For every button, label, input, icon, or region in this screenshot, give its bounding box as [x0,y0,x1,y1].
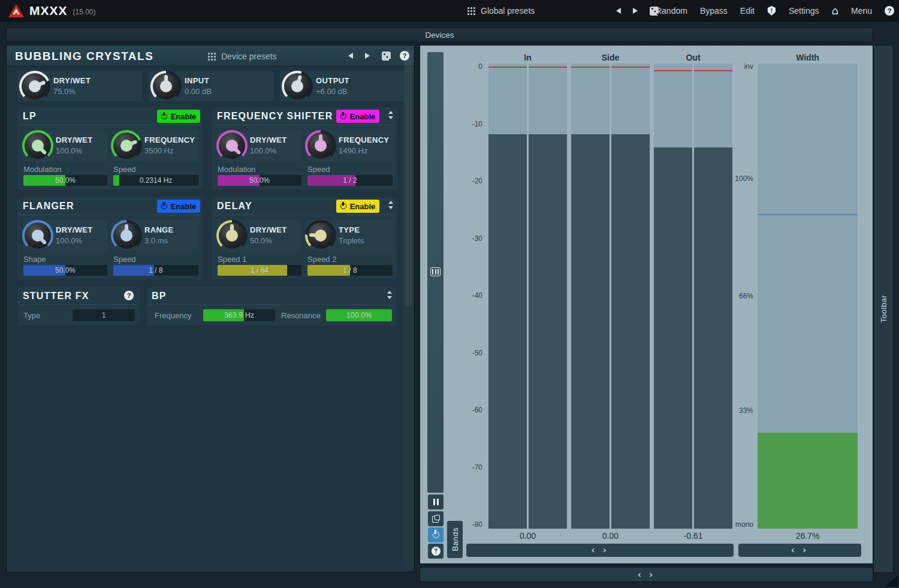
detach-window-icon [432,515,440,523]
type-value-field[interactable]: 1 [73,309,135,321]
bp-spinner[interactable] [387,291,392,299]
divider [149,304,394,305]
slider-label: Speed [113,165,136,174]
device-next-preset-icon[interactable] [365,53,370,59]
meter-header-side: Side [571,53,650,62]
meter-panel-resize-bar[interactable]: ‹ › [420,567,873,582]
knob-group: FREQUENCY 1490 Hz [306,130,393,161]
section-spinner[interactable] [388,111,393,119]
type-label: Type [23,311,40,320]
help-icon[interactable]: ? [885,6,894,16]
pause-icon [433,499,439,505]
output-knob[interactable] [284,73,310,99]
section-spinner[interactable] [388,201,393,209]
enable-button[interactable]: Enable [157,200,200,213]
meter-panel: In Side Out Width 0-10-20-30-40-50-60-70… [420,45,873,564]
meter-scrollbar-right[interactable]: ‹ › [738,544,861,557]
parameter-slider[interactable]: 1 / 64 [218,265,301,276]
device-panel-header: BUBBLING CRYSTALS Device presets ? [7,46,414,67]
tab-toolbar[interactable]: Toolbar [873,45,894,573]
input-knob[interactable] [153,73,179,99]
slider-label: Speed 1 [218,255,246,264]
frequency-slider[interactable]: 363.9 Hz [203,309,275,321]
section-title: STUTTER FX [23,291,89,301]
knob-group: DRY/WET 100.0% [23,220,107,251]
dry-wet-knob[interactable] [25,132,51,159]
tab-bands[interactable]: Bands [447,521,463,558]
device-presets-label: Device presets [221,52,277,61]
parameter-slider[interactable]: 0.2314 Hz [113,175,198,186]
enable-button[interactable]: Enable [336,200,379,213]
enable-button[interactable]: Enable [157,110,200,123]
input-control: INPUT 0.00 dB [149,71,273,101]
melda-logo-icon [8,4,24,17]
analyzer-power-button[interactable] [428,527,444,542]
meter-value-side: 0.00 [571,531,650,542]
parameter-slider[interactable]: 50.0% [23,265,107,276]
meter-scrollbar-left[interactable]: ‹ › [466,544,734,557]
parameter-knob[interactable] [113,222,140,249]
device-panel-scrollbar[interactable] [403,48,414,569]
db-scale-label: -40 [454,291,482,300]
toolbar-tab-label: Toolbar [879,295,888,322]
parameter-slider[interactable]: 1 / 2 [307,175,393,186]
help-icon: ? [432,547,441,556]
next-preset-icon[interactable] [633,8,638,14]
bypass-button[interactable]: Bypass [700,6,728,16]
knob-group: RANGE 3.0 ms [112,220,199,251]
parameter-slider[interactable]: 50.0% [218,175,301,186]
device-random-dice-icon[interactable] [382,52,391,61]
meter-help-button[interactable]: ? [428,544,444,559]
spinner-up-icon [388,111,393,114]
device-previous-preset-icon[interactable] [348,53,353,59]
previous-preset-icon[interactable] [616,8,621,14]
db-scale-label: -60 [454,406,482,414]
width-scale-label: mono [717,520,753,529]
tab-devices[interactable]: Devices [6,28,873,43]
home-icon[interactable]: ⌂ [832,6,838,16]
section-lp: LP Enable DRY/WET 100.0% FREQUENCY 3500 … [17,107,203,189]
parameter-knob[interactable] [307,222,334,249]
global-presets-button[interactable]: Global presets [467,0,535,22]
parameter-slider[interactable]: 1 / 8 [307,265,393,276]
enable-button[interactable]: Enable [336,110,379,123]
edit-button[interactable]: Edit [740,6,755,16]
device-presets-grid-icon [207,52,216,61]
knob-group: FREQUENCY 3500 Hz [112,130,199,161]
pause-button[interactable] [428,494,444,509]
chevron-left-right-icon: ‹ › [791,545,809,556]
dry-wet-knob[interactable] [22,73,48,99]
parameter-slider[interactable]: 1 / 8 [113,265,198,276]
parameter-slider[interactable]: 50.0% [23,175,107,186]
slider-label: Speed 2 [307,255,336,264]
slider-label: Speed [307,165,330,174]
section-title: DELAY [217,201,252,212]
menu-button[interactable]: Menu [851,6,872,16]
width-meter [758,64,858,529]
meter-header-out: Out [654,53,732,62]
random-button[interactable]: Random [656,6,687,16]
section-title: LP [23,111,37,122]
stutter-help-icon[interactable]: ? [124,291,134,300]
slider-label: Speed [113,255,136,264]
resonance-slider[interactable]: 100.0% [326,309,392,321]
parameter-knob[interactable] [113,132,140,159]
window-resize-grip[interactable] [886,575,898,587]
dry-wet-knob[interactable] [219,132,245,159]
knob-value: 100.0% [56,146,82,155]
global-presets-label: Global presets [481,6,535,16]
settings-button[interactable]: Settings [789,6,819,16]
power-icon [433,532,439,538]
parameter-knob[interactable] [307,132,334,159]
slider-label: Modulation [218,165,256,174]
presets-grid-icon [467,7,475,15]
divider [20,215,200,215]
detach-button[interactable] [428,511,444,526]
analyzer-vertical-slider[interactable] [427,52,444,493]
meter-icon [430,267,441,276]
dry-wet-knob[interactable] [25,222,51,249]
device-presets-button[interactable]: Device presets [207,46,277,67]
alert-icon[interactable]: ! [767,6,776,16]
scrollbar-thumb[interactable] [405,49,412,307]
dry-wet-knob[interactable] [219,222,245,249]
